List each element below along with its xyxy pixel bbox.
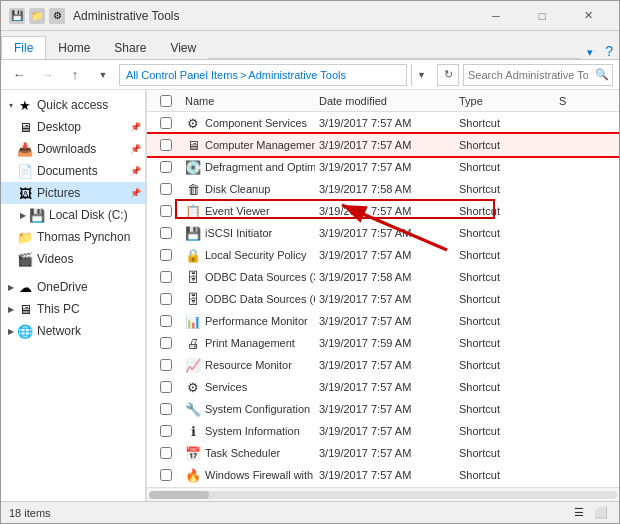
- folder-icon: 📁: [29, 8, 45, 24]
- row-checkbox-12[interactable]: [151, 381, 181, 393]
- onedrive-header[interactable]: ▶ ☁ OneDrive: [1, 276, 145, 298]
- sidebar-item-videos[interactable]: 🎬 Videos: [1, 248, 145, 270]
- table-row[interactable]: ⚙ Services 3/19/2017 7:57 AM Shortcut: [147, 376, 619, 398]
- file-type-10: Shortcut: [455, 337, 555, 349]
- table-row[interactable]: 🖨 Print Management 3/19/2017 7:59 AM Sho…: [147, 332, 619, 354]
- file-type-2: Shortcut: [455, 161, 555, 173]
- table-row[interactable]: 🗄 ODBC Data Sources (64-bit) 3/19/2017 7…: [147, 288, 619, 310]
- row-checkbox-2[interactable]: [151, 161, 181, 173]
- search-input[interactable]: [464, 65, 592, 85]
- file-name-16: 🔥 Windows Firewall with Advanced Securit…: [181, 467, 315, 483]
- col-name-header[interactable]: Name: [181, 95, 315, 107]
- row-checkbox-8[interactable]: [151, 293, 181, 305]
- file-date-15: 3/19/2017 7:57 AM: [315, 447, 455, 459]
- path-admin-tools[interactable]: Administrative Tools: [248, 69, 346, 81]
- row-checkbox-9[interactable]: [151, 315, 181, 327]
- sidebar-item-pictures[interactable]: 🖼 Pictures 📌: [1, 182, 145, 204]
- file-name-7: 🗄 ODBC Data Sources (32-bit): [181, 269, 315, 285]
- table-row[interactable]: 💽 Defragment and Optimize Drives 3/19/20…: [147, 156, 619, 178]
- maximize-button[interactable]: □: [519, 1, 565, 31]
- row-checkbox-11[interactable]: [151, 359, 181, 371]
- table-row[interactable]: 🖥 Computer Management 3/19/2017 7:57 AM …: [147, 134, 619, 156]
- table-row[interactable]: 🔥 Windows Firewall with Advanced Securit…: [147, 464, 619, 486]
- file-name-2: 💽 Defragment and Optimize Drives: [181, 159, 315, 175]
- recent-locations-button[interactable]: ▼: [91, 63, 115, 87]
- downloads-pin-icon: 📌: [129, 143, 141, 155]
- local-disk-icon: 💾: [29, 207, 45, 223]
- row-checkbox-1[interactable]: [151, 139, 181, 151]
- help-button[interactable]: ?: [599, 43, 619, 59]
- sidebar-item-thomas-pynchon[interactable]: 📁 Thomas Pynchon: [1, 226, 145, 248]
- quick-access-header[interactable]: ▾ ★ Quick access: [1, 94, 145, 116]
- h-scroll-track[interactable]: [149, 491, 617, 499]
- refresh-button[interactable]: ↻: [437, 64, 459, 86]
- file-icon-0: ⚙: [185, 115, 201, 131]
- close-button[interactable]: ✕: [565, 1, 611, 31]
- table-row[interactable]: ℹ System Information 3/19/2017 7:57 AM S…: [147, 420, 619, 442]
- tab-view[interactable]: View: [158, 37, 208, 59]
- table-row[interactable]: 📊 Performance Monitor 3/19/2017 7:57 AM …: [147, 310, 619, 332]
- sidebar-local-disk-label: Local Disk (C:): [49, 208, 141, 222]
- row-checkbox-13[interactable]: [151, 403, 181, 415]
- table-row[interactable]: 🔒 Local Security Policy 3/19/2017 7:57 A…: [147, 244, 619, 266]
- row-checkbox-4[interactable]: [151, 205, 181, 217]
- table-row[interactable]: 🗑 Disk Cleanup 3/19/2017 7:58 AM Shortcu…: [147, 178, 619, 200]
- row-checkbox-15[interactable]: [151, 447, 181, 459]
- sidebar-desktop-label: Desktop: [37, 120, 129, 134]
- row-checkbox-5[interactable]: [151, 227, 181, 239]
- search-box[interactable]: 🔍: [463, 64, 613, 86]
- ribbon-expand-btn[interactable]: ▾: [581, 46, 599, 59]
- large-icons-view-button[interactable]: ⬜: [591, 503, 611, 523]
- select-all-checkbox[interactable]: [160, 95, 172, 107]
- row-checkbox-3[interactable]: [151, 183, 181, 195]
- row-checkbox-14[interactable]: [151, 425, 181, 437]
- table-row[interactable]: 🗄 ODBC Data Sources (32-bit) 3/19/2017 7…: [147, 266, 619, 288]
- h-scroll-thumb[interactable]: [149, 491, 209, 499]
- address-path[interactable]: All Control Panel Items > Administrative…: [119, 64, 407, 86]
- table-row[interactable]: 📅 Task Scheduler 3/19/2017 7:57 AM Short…: [147, 442, 619, 464]
- tab-share[interactable]: Share: [102, 37, 158, 59]
- sidebar-item-local-disk[interactable]: ▶ 💾 Local Disk (C:): [1, 204, 145, 226]
- details-view-button[interactable]: ☰: [569, 503, 589, 523]
- sidebar-item-documents[interactable]: 📄 Documents 📌: [1, 160, 145, 182]
- file-type-12: Shortcut: [455, 381, 555, 393]
- tab-home[interactable]: Home: [46, 37, 102, 59]
- file-date-5: 3/19/2017 7:57 AM: [315, 227, 455, 239]
- this-pc-header[interactable]: ▶ 🖥 This PC: [1, 298, 145, 320]
- table-row[interactable]: 📈 Resource Monitor 3/19/2017 7:57 AM Sho…: [147, 354, 619, 376]
- horizontal-scrollbar[interactable]: [147, 487, 619, 501]
- col-checkbox[interactable]: [151, 95, 181, 107]
- file-type-4: Shortcut: [455, 205, 555, 217]
- file-type-14: Shortcut: [455, 425, 555, 437]
- sidebar-item-desktop[interactable]: 🖥 Desktop 📌: [1, 116, 145, 138]
- tab-file[interactable]: File: [1, 36, 46, 59]
- table-row[interactable]: 🔧 System Configuration 3/19/2017 7:57 AM…: [147, 398, 619, 420]
- row-checkbox-6[interactable]: [151, 249, 181, 261]
- this-pc-icon: 🖥: [17, 301, 33, 317]
- col-type-header[interactable]: Type: [455, 95, 555, 107]
- search-icon: 🔍: [592, 64, 612, 86]
- sidebar: ▾ ★ Quick access 🖥 Desktop 📌 📥 Downloads…: [1, 90, 146, 501]
- table-row[interactable]: 📋 Event Viewer 3/19/2017 7:57 AM Shortcu…: [147, 200, 619, 222]
- settings-icon: ⚙: [49, 8, 65, 24]
- address-dropdown-button[interactable]: ▼: [411, 64, 431, 86]
- quick-access-icon: ★: [17, 97, 33, 113]
- col-size-header[interactable]: S: [555, 95, 615, 107]
- table-row[interactable]: ⚙ Component Services 3/19/2017 7:57 AM S…: [147, 112, 619, 134]
- sidebar-thomas-pynchon-label: Thomas Pynchon: [37, 230, 141, 244]
- sidebar-item-downloads[interactable]: 📥 Downloads 📌: [1, 138, 145, 160]
- row-checkbox-0[interactable]: [151, 117, 181, 129]
- up-button[interactable]: ↑: [63, 63, 87, 87]
- file-type-7: Shortcut: [455, 271, 555, 283]
- row-checkbox-10[interactable]: [151, 337, 181, 349]
- table-row[interactable]: 💾 iSCSI Initiator 3/19/2017 7:57 AM Shor…: [147, 222, 619, 244]
- forward-button[interactable]: →: [35, 63, 59, 87]
- network-header[interactable]: ▶ 🌐 Network: [1, 320, 145, 342]
- row-checkbox-16[interactable]: [151, 469, 181, 481]
- row-checkbox-7[interactable]: [151, 271, 181, 283]
- col-date-header[interactable]: Date modified: [315, 95, 455, 107]
- back-button[interactable]: ←: [7, 63, 31, 87]
- minimize-button[interactable]: ─: [473, 1, 519, 31]
- file-date-14: 3/19/2017 7:57 AM: [315, 425, 455, 437]
- path-control-panel[interactable]: All Control Panel Items: [126, 69, 238, 81]
